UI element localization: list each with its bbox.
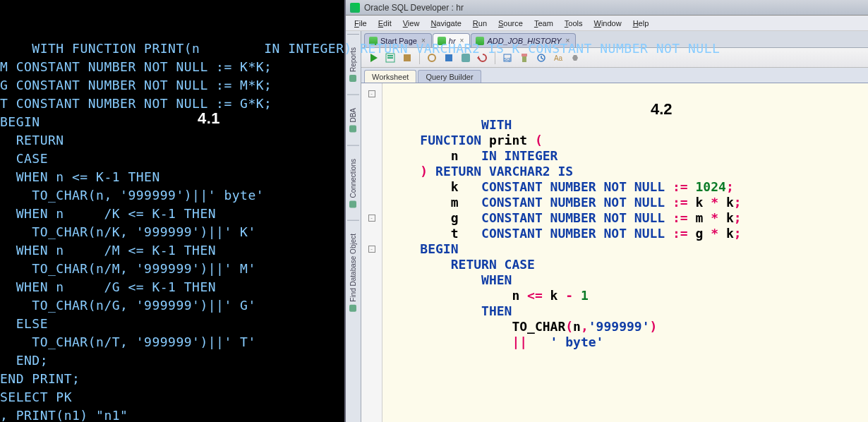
dock-tab-icon <box>350 75 357 82</box>
menu-item-tools[interactable]: Tools <box>559 18 589 29</box>
svg-text:sql: sql <box>504 56 511 62</box>
svg-rect-3 <box>387 57 393 59</box>
dock-tab-reports[interactable]: Reports <box>347 34 359 95</box>
dock-tab-find-database-object[interactable]: Find Database Object <box>347 220 359 325</box>
menu-item-team[interactable]: Team <box>529 18 559 29</box>
menu-item-file[interactable]: File <box>349 18 373 29</box>
dock-tab-connections[interactable]: Connections <box>347 145 359 221</box>
worksheet-tab-worksheet[interactable]: Worksheet <box>364 70 416 83</box>
menu-item-view[interactable]: View <box>397 18 426 29</box>
svg-marker-8 <box>477 56 479 60</box>
left-figure-label: 4.1 <box>198 109 220 128</box>
window-title: Oracle SQL Developer : hr <box>364 3 464 13</box>
left-dock-tabs: ReportsDBAConnectionsFind Database Objec… <box>346 31 361 422</box>
dock-tab-icon <box>350 126 357 133</box>
window-titlebar[interactable]: Oracle SQL Developer : hr <box>346 0 868 16</box>
menu-item-source[interactable]: Source <box>493 18 529 29</box>
svg-rect-12 <box>522 56 526 62</box>
app-icon <box>350 3 360 13</box>
sql-developer-window: Oracle SQL Developer : hr FileEditViewNa… <box>344 0 868 422</box>
fold-toggle-icon[interactable]: - <box>368 215 375 222</box>
menu-bar: FileEditViewNavigateRunSourceTeamToolsWi… <box>346 16 868 31</box>
dock-tab-dba[interactable]: DBA <box>347 95 359 145</box>
right-figure-label: 4.2 <box>651 102 673 117</box>
fold-toggle-icon[interactable]: - <box>368 246 375 253</box>
menu-item-run[interactable]: Run <box>467 18 493 29</box>
menu-item-help[interactable]: Help <box>627 18 655 29</box>
menu-item-navigate[interactable]: Navigate <box>425 18 466 29</box>
menu-item-window[interactable]: Window <box>588 18 627 29</box>
code-content[interactable]: 4.2 WITH FUNCTION print ( n IN INTEGER )… <box>382 83 868 422</box>
dock-tab-icon <box>350 305 357 312</box>
worksheet-tab-query-builder[interactable]: Query Builder <box>418 70 481 83</box>
left-terminal-code: 4.1 WITH FUNCTION PRINT(n IN INTEGER) RE… <box>0 0 344 422</box>
worksheet-tab-strip: WorksheetQuery Builder <box>361 68 868 83</box>
dock-tab-icon <box>350 200 357 207</box>
code-gutter[interactable]: --- <box>361 83 382 422</box>
fold-toggle-icon[interactable]: - <box>368 90 375 97</box>
code-editor[interactable]: --- 4.2 WITH FUNCTION print ( n IN INTEG… <box>361 83 868 422</box>
menu-item-edit[interactable]: Edit <box>373 18 397 29</box>
